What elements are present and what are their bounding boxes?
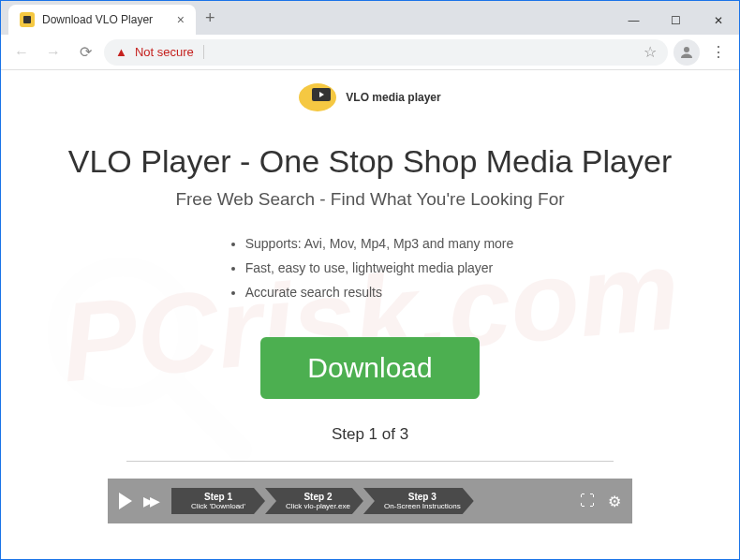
- step-indicator: Step 1 of 3: [38, 425, 702, 444]
- feature-item: Supports: Avi, Mov, Mp4, Mp3 and many mo…: [245, 236, 514, 251]
- feature-list: Supports: Avi, Mov, Mp4, Mp3 and many mo…: [227, 236, 514, 309]
- reload-button[interactable]: ⟳: [72, 39, 98, 66]
- step-chevron-1[interactable]: Step 1 Click 'Download': [171, 488, 265, 514]
- not-secure-label: Not secure: [135, 45, 204, 59]
- close-button[interactable]: ✕: [697, 7, 739, 35]
- forward-button[interactable]: →: [40, 39, 67, 66]
- logo-icon: [299, 83, 336, 111]
- page-subtitle: Free Web Search - Find What You're Looki…: [38, 189, 702, 210]
- site-logo: VLO media player: [1, 70, 739, 125]
- menu-button[interactable]: ⋮: [705, 39, 732, 66]
- browser-tab[interactable]: Download VLO Player ×: [8, 5, 196, 35]
- tab-favicon: [20, 12, 35, 27]
- page-heading: VLO Player - One Stop Shop Media Player: [38, 143, 702, 180]
- gear-icon[interactable]: ⚙: [608, 493, 621, 510]
- browser-titlebar: Download VLO Player × + — ☐ ✕: [1, 1, 739, 35]
- player-bar: ▶▶ Step 1 Click 'Download' Step 2 Click …: [108, 479, 632, 523]
- tab-close-icon[interactable]: ×: [177, 12, 185, 27]
- logo-text: VLO media player: [346, 91, 440, 104]
- step-chevron-3[interactable]: Step 3 On-Screen Instructions: [363, 488, 474, 514]
- new-tab-button[interactable]: +: [196, 8, 225, 28]
- download-button[interactable]: Download: [260, 337, 479, 399]
- svg-point-0: [684, 47, 689, 52]
- fullscreen-icon[interactable]: ⛶: [580, 493, 595, 509]
- minimize-button[interactable]: —: [613, 7, 655, 35]
- bookmark-star-icon[interactable]: ☆: [644, 43, 657, 61]
- address-bar[interactable]: ▲ Not secure ☆: [104, 39, 668, 66]
- warning-icon: ▲: [115, 45, 127, 59]
- tab-title: Download VLO Player: [42, 13, 153, 26]
- steps-chevrons: Step 1 Click 'Download' Step 2 Click vlo…: [171, 488, 474, 514]
- window-controls: — ☐ ✕: [613, 7, 739, 35]
- page-content: PCrisk.com VLO media player VLO Player -…: [1, 70, 739, 560]
- fast-forward-icon[interactable]: ▶▶: [143, 494, 156, 508]
- feature-item: Fast, easy to use, lightweight media pla…: [245, 260, 514, 275]
- maximize-button[interactable]: ☐: [655, 7, 697, 35]
- step-chevron-2[interactable]: Step 2 Click vlo-player.exe: [265, 488, 363, 514]
- feature-item: Accurate search results: [245, 285, 514, 300]
- browser-toolbar: ← → ⟳ ▲ Not secure ☆ ⋮: [1, 35, 739, 70]
- divider: [126, 461, 614, 462]
- profile-avatar[interactable]: [673, 39, 700, 66]
- play-icon[interactable]: [119, 493, 132, 509]
- back-button[interactable]: ←: [8, 39, 35, 66]
